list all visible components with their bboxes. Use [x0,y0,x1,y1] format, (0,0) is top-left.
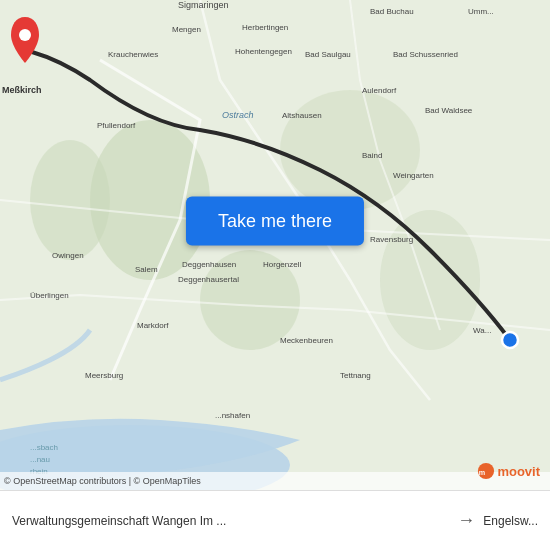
svg-text:Weingarten: Weingarten [393,171,434,180]
origin-label: Verwaltungsgemeinschaft Wangen Im ... [12,514,449,528]
svg-text:Herbertingen: Herbertingen [242,23,288,32]
svg-text:...nshafen: ...nshafen [215,411,250,420]
svg-text:Owingen: Owingen [52,251,84,260]
svg-text:Ostrach: Ostrach [222,110,254,120]
svg-text:Deggenhausen: Deggenhausen [182,260,236,269]
svg-text:Überlingen: Überlingen [30,291,69,300]
svg-point-5 [280,90,420,210]
svg-text:Hohentengegen: Hohentengegen [235,47,292,56]
svg-text:Markdorf: Markdorf [137,321,169,330]
bottom-bar: Verwaltungsgemeinschaft Wangen Im ... → … [0,490,550,550]
svg-point-3 [30,140,110,260]
moovit-logo: m moovit [477,462,540,480]
svg-text:Pfullendorf: Pfullendorf [97,121,136,130]
svg-text:Deggenhausertal: Deggenhausertal [178,275,239,284]
svg-text:Sigmaringen: Sigmaringen [178,0,229,10]
svg-text:Meersburg: Meersburg [85,371,123,380]
svg-text:Baind: Baind [362,151,382,160]
svg-text:Bad Waldsee: Bad Waldsee [425,106,473,115]
svg-text:Krauchenwies: Krauchenwies [108,50,158,59]
svg-text:Bad Saulgau: Bad Saulgau [305,50,351,59]
arrow-icon: → [457,510,475,531]
map-attribution: © OpenStreetMap contributors | © OpenMap… [0,472,550,490]
svg-text:Horgenzell: Horgenzell [263,260,301,269]
svg-point-41 [19,29,31,41]
svg-text:Wa...: Wa... [473,326,491,335]
map-container: Sigmaringen Mengen Herbertingen Bad Buch… [0,0,550,490]
svg-text:Tettnang: Tettnang [340,371,371,380]
destination-label: Engelsw... [483,514,538,528]
svg-text:m: m [479,468,485,477]
svg-text:Aulendorf: Aulendorf [362,86,397,95]
svg-point-6 [380,210,480,350]
svg-text:Bad Schussenried: Bad Schussenried [393,50,458,59]
svg-text:Umm...: Umm... [468,7,494,16]
svg-text:Meßkirch: Meßkirch [2,85,42,95]
svg-point-40 [502,332,518,348]
svg-text:...sbach: ...sbach [30,443,58,452]
svg-text:Bad Buchau: Bad Buchau [370,7,414,16]
take-me-there-button[interactable]: Take me there [186,196,364,245]
svg-text:...nau: ...nau [30,455,50,464]
svg-text:Salem: Salem [135,265,158,274]
svg-text:Ravensburg: Ravensburg [370,235,413,244]
svg-text:Meckenbeuren: Meckenbeuren [280,336,333,345]
svg-text:Altshausen: Altshausen [282,111,322,120]
svg-text:Mengen: Mengen [172,25,201,34]
